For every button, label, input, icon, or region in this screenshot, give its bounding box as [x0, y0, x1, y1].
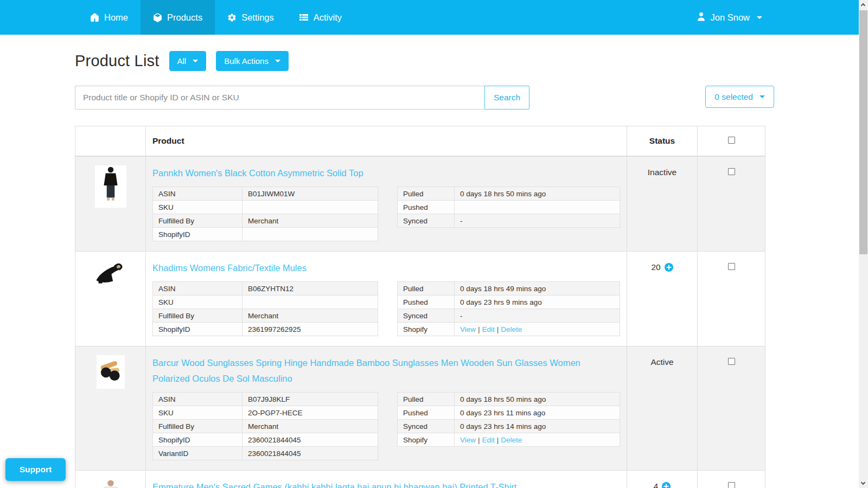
sync-label: Synced: [398, 309, 455, 323]
select-all-checkbox[interactable]: [728, 137, 735, 144]
detail-value: Merchant: [242, 309, 378, 323]
nav-items: Home Products Settings Activity: [78, 0, 354, 35]
table-row: Barcur Wood Sunglasses Spring Hinge Hand…: [75, 346, 765, 471]
row-checkbox[interactable]: [728, 263, 735, 270]
nav-item-products[interactable]: Products: [141, 0, 215, 35]
edit-link[interactable]: Edit: [482, 325, 495, 333]
product-details: ASINB01JIWM01W SKU Fulfilled ByMerchant …: [152, 187, 620, 241]
product-title-link[interactable]: Pannkh Women's Black Cotton Asymmetric S…: [152, 165, 363, 181]
sync-info-table: Pulled0 days 18 hrs 50 mins ago Pushed S…: [397, 187, 620, 228]
table-row: Pannkh Women's Black Cotton Asymmetric S…: [75, 156, 765, 252]
product-cell: Barcur Wood Sunglasses Spring Hinge Hand…: [146, 346, 627, 471]
scroll-up-icon[interactable]: [861, 3, 865, 8]
sync-value: 0 days 23 hrs 9 mins ago: [455, 296, 620, 309]
status-cell: 20: [627, 252, 698, 346]
nav-item-activity[interactable]: Activity: [286, 0, 354, 35]
selected-dropdown-button[interactable]: 0 selected: [705, 86, 774, 108]
add-variant-icon[interactable]: [662, 482, 671, 488]
product-thumbnail: [97, 479, 125, 488]
bulk-actions-button[interactable]: Bulk Actions: [216, 51, 289, 71]
link-separator: |: [497, 436, 499, 444]
sync-label: Shopify: [398, 323, 455, 336]
chevron-down-icon: [193, 60, 198, 62]
variant-count: 20: [651, 262, 660, 272]
product-title-link[interactable]: Khadims Womens Fabric/Textile Mules: [152, 260, 307, 276]
select-cell: [698, 471, 765, 488]
sync-value: -: [455, 214, 620, 228]
view-link[interactable]: View: [460, 325, 476, 333]
thumbnail-cell: [75, 346, 146, 471]
product-info-table: ASINB06ZYHTN12 SKU Fulfilled ByMerchant …: [152, 281, 378, 336]
chevron-down-icon: [757, 16, 762, 19]
table-row: Khadims Womens Fabric/Textile Mules ASIN…: [75, 252, 765, 346]
status-cell: Inactive: [627, 156, 698, 252]
user-menu[interactable]: Jon Snow: [697, 0, 762, 35]
product-details: ASINB07J9J8KLF SKU2O-PGP7-HECE Fulfilled…: [152, 392, 620, 460]
row-checkbox[interactable]: [728, 358, 735, 365]
top-navbar: Home Products Settings Activity: [0, 0, 859, 35]
product-title-link[interactable]: Emmature Men's Sacred Games (kabhi kabhi…: [152, 479, 516, 488]
sync-value: 0 days 18 hrs 50 mins ago: [455, 187, 620, 201]
edit-link[interactable]: Edit: [482, 436, 495, 444]
table-header-row: Product Status: [75, 126, 765, 157]
detail-value: 2360021844045: [242, 447, 378, 460]
detail-label: ShopifyID: [153, 433, 242, 447]
nav-label-activity: Activity: [314, 12, 342, 23]
search-row: Search 0 selected: [75, 86, 774, 110]
image-column-header: [75, 126, 146, 157]
package-icon: [153, 13, 162, 22]
vertical-scrollbar[interactable]: [859, 0, 868, 488]
product-title-link[interactable]: Barcur Wood Sunglasses Spring Hinge Hand…: [152, 355, 620, 387]
status-cell: 4: [627, 471, 698, 488]
selected-count-label: 0 selected: [714, 92, 753, 102]
detail-value: 2360021844045: [242, 433, 378, 447]
sync-value: 0 days 18 hrs 49 mins ago: [455, 282, 620, 296]
nav-item-home[interactable]: Home: [78, 0, 141, 35]
select-cell: [698, 252, 765, 346]
detail-value: 2O-PGP7-HECE: [242, 406, 378, 420]
product-thumbnail: [92, 260, 130, 287]
sync-label: Pulled: [398, 393, 455, 406]
link-separator: |: [478, 436, 480, 444]
add-variant-icon[interactable]: [665, 263, 673, 274]
detail-label: Fulfilled By: [153, 420, 242, 433]
detail-value: B01JIWM01W: [242, 187, 378, 201]
detail-value: B06ZYHTN12: [242, 282, 378, 296]
detail-label: ASIN: [153, 282, 242, 296]
support-button[interactable]: Support: [5, 458, 66, 481]
user-icon: [697, 12, 706, 23]
product-cell: Pannkh Women's Black Cotton Asymmetric S…: [146, 156, 627, 252]
detail-value: [242, 296, 378, 309]
nav-label-settings: Settings: [241, 12, 274, 23]
product-column-header: Product: [146, 126, 627, 157]
search-button[interactable]: Search: [484, 86, 529, 110]
delete-link[interactable]: Delete: [501, 436, 522, 444]
sync-value: 0 days 18 hrs 50 mins ago: [455, 393, 620, 406]
detail-label: ASIN: [153, 187, 242, 201]
filter-dropdown-button[interactable]: All: [169, 51, 207, 71]
link-separator: |: [478, 325, 480, 333]
search-input[interactable]: [75, 86, 484, 110]
delete-link[interactable]: Delete: [501, 325, 522, 333]
row-checkbox[interactable]: [728, 482, 735, 488]
view-link[interactable]: View: [460, 436, 476, 444]
sync-info-table: Pulled0 days 18 hrs 50 mins ago Pushed0 …: [397, 392, 620, 447]
thumbnail-cell: [75, 471, 146, 488]
detail-value: B07J9J8KLF: [242, 393, 378, 406]
table-list-icon: [299, 13, 309, 22]
product-info-table: ASINB01JIWM01W SKU Fulfilled ByMerchant …: [152, 187, 378, 241]
status-column-header: Status: [627, 126, 698, 157]
sync-label: Pushed: [398, 296, 455, 309]
main-content: Product List All Bulk Actions Search 0 s…: [0, 51, 868, 488]
detail-value: 2361997262925: [242, 323, 378, 336]
bulk-actions-label: Bulk Actions: [224, 56, 269, 66]
detail-label: ASIN: [153, 393, 242, 406]
nav-label-products: Products: [167, 12, 202, 23]
scroll-down-icon[interactable]: [861, 480, 865, 485]
user-name: Jon Snow: [711, 12, 750, 23]
scrollbar-thumb[interactable]: [859, 10, 867, 254]
product-cell: Emmature Men's Sacred Games (kabhi kabhi…: [146, 471, 627, 488]
row-checkbox[interactable]: [728, 168, 735, 175]
detail-label: Fulfilled By: [153, 214, 242, 228]
nav-item-settings[interactable]: Settings: [215, 0, 286, 35]
